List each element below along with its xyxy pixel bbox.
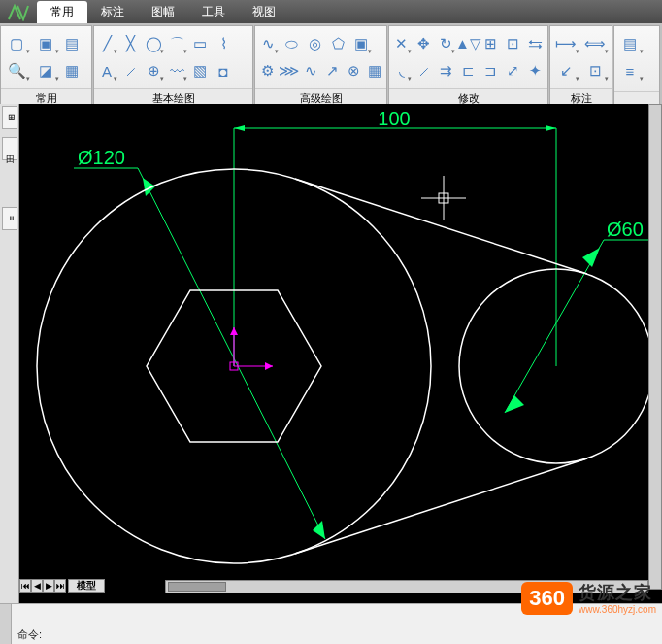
panel-basic-draw: ╱▾ ╳ ◯▾ ⌒▾ ▭ ⌇ A▾ ⟋ ⊕▾ 〰▾ ▧ ◘ 基本绘图 [93,25,253,109]
zoom-button[interactable]: 🔍▾ [3,60,30,82]
side-tab-2[interactable]: 田 [2,137,17,160]
zigzag-button[interactable]: ∿ [301,60,320,82]
fillet-button[interactable]: ◟▾ [391,60,412,82]
model-space-tab[interactable]: 模型 [68,579,105,593]
xline-button[interactable]: ╳ [119,33,141,54]
svg-marker-8 [313,521,325,539]
mirror-button[interactable]: ▲▽ [457,33,479,54]
rotate-button[interactable]: ↻▾ [436,33,456,54]
gear-button[interactable]: ⚙ [257,60,277,82]
break-line-button[interactable]: ⋙ [279,60,299,82]
polygon-button[interactable]: ⬠ [327,33,348,54]
watermark-url: www.360hyzj.com [579,604,656,615]
array-button[interactable]: ⊞ [480,33,501,54]
tolerance-button[interactable]: ⊡▾ [581,60,609,82]
chamfer-button[interactable]: ⟋ [414,60,434,82]
nav-prev-button[interactable]: ◀ [31,579,43,593]
workspace: ⊞ 田 ≡ 100 Ø120 Ø60 [0,104,662,603]
new-file-button[interactable]: ▢▾ [3,33,30,54]
nav-last-button[interactable]: ⏭ [54,579,66,593]
svg-marker-12 [505,395,524,413]
text-button[interactable]: A▾ [96,60,117,82]
tab-annotate[interactable]: 标注 [87,1,138,23]
construction-line-button[interactable]: ⟋ [119,60,141,82]
svg-marker-1 [234,125,245,131]
tab-view[interactable]: 视图 [239,1,289,23]
drawing-canvas[interactable]: 100 Ø120 Ø60 [19,104,662,603]
menubar: 常用 标注 图幅 工具 视图 [0,0,662,23]
svg-marker-2 [546,125,556,131]
svg-marker-19 [265,362,273,370]
offset-button[interactable]: ⇉ [436,60,456,82]
dim-style-button[interactable]: ⟺▾ [581,33,609,54]
vertical-scrollbar[interactable] [648,104,662,590]
hatch-button[interactable]: ▧ [189,60,211,82]
arrow-tool-button[interactable]: ↗ [322,60,342,82]
dim-dia120-text: Ø120 [78,147,125,168]
table-button[interactable]: ▦ [365,60,384,82]
properties-button[interactable]: ▦ [61,60,83,82]
panel-extra: ▤▾ ≡▾ [613,25,660,109]
left-toolbar: ⊞ 田 ≡ [0,104,19,603]
line-button[interactable]: ╱▾ [96,33,117,54]
extra-tool-1[interactable]: ▤▾ [616,33,644,54]
panel-common: ▢▾ ▣▾ ▤ 🔍▾ ◪▾ ▦ 常用 [0,25,92,109]
side-tab-1[interactable]: ⊞ [2,106,17,129]
trim-button[interactable]: ⊏ [458,60,479,82]
panel-modify: ✕▾ ✥ ↻▾ ▲▽ ⊞ ⊡ ⮀ ◟▾ ⟋ ⇉ ⊏ ⊐ ⤢ ✦ 修改 [388,25,548,109]
svg-line-10 [505,240,604,413]
svg-marker-21 [230,327,238,335]
stretch-button[interactable]: ⮀ [525,33,546,54]
extend-button[interactable]: ⊐ [480,60,501,82]
circle-button[interactable]: ◯▾ [143,33,164,54]
side-tab-3[interactable]: ≡ [2,207,17,230]
svg-line-6 [138,168,325,539]
ellipse-button[interactable]: ⬭ [281,33,302,54]
spline-button[interactable]: ∿▾ [257,33,279,54]
nav-next-button[interactable]: ▶ [43,579,54,593]
donut-button[interactable]: ◎ [304,33,325,54]
nav-first-button[interactable]: ⏮ [19,579,31,593]
panel-advanced-draw: ∿▾ ⬭ ◎ ⬠ ▣▾ ⚙ ⋙ ∿ ↗ ⊗ ▦ 高级绘图 [254,25,387,109]
command-grip[interactable] [0,604,12,644]
leader-button[interactable]: ↙▾ [552,60,579,82]
extra-tool-2[interactable]: ≡▾ [616,60,644,82]
scroll-thumb[interactable] [168,582,226,592]
svg-marker-11 [582,248,600,267]
hole-button[interactable]: ⊗ [344,60,363,82]
dim-100-text: 100 [378,108,410,129]
centerline-button[interactable]: ⊕▾ [143,60,164,82]
watermark-title: 货源之家 [579,581,656,604]
polyline-button[interactable]: ⌇ [213,33,234,54]
point-button[interactable]: ◘ [213,60,234,82]
watermark-badge: 360 [521,582,573,615]
watermark: 360 货源之家 www.360hyzj.com [521,581,656,615]
panel-annotate: ⟼▾ ⟺▾ ↙▾ ⊡▾ 标注 [549,25,612,109]
ribbon: ▢▾ ▣▾ ▤ 🔍▾ ◪▾ ▦ 常用 ╱▾ ╳ ◯▾ ⌒▾ ▭ ⌇ A▾ [0,23,662,109]
wave-button[interactable]: 〰▾ [166,60,187,82]
linear-dim-button[interactable]: ⟼▾ [552,33,579,54]
tab-tools[interactable]: 工具 [188,1,239,23]
dim-dia60-text: Ø60 [607,219,644,240]
tab-layout[interactable]: 图幅 [138,1,188,23]
scale-button[interactable]: ⤢ [503,60,523,82]
move-button[interactable]: ✥ [414,33,434,54]
explode-button[interactable]: ✦ [525,60,546,82]
app-logo[interactable] [0,0,37,23]
open-file-button[interactable]: ▣▾ [32,33,59,54]
clip-button[interactable]: ⊡ [503,33,523,54]
arc-button[interactable]: ⌒▾ [166,33,187,54]
svg-line-16 [295,458,587,554]
tab-common[interactable]: 常用 [37,1,87,23]
layout-tabs-nav: ⏮ ◀ ▶ ⏭ 模型 [19,578,105,593]
block-insert-button[interactable]: ▣▾ [350,33,372,54]
erase-button[interactable]: ✕▾ [391,33,412,54]
layer-button[interactable]: ◪▾ [32,60,59,82]
save-button[interactable]: ▤ [61,33,83,54]
rectangle-button[interactable]: ▭ [189,33,211,54]
